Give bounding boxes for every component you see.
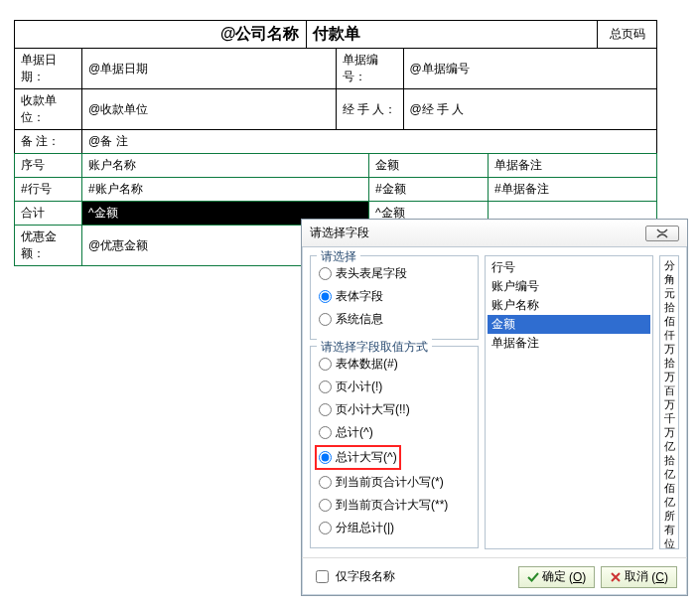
handler-label: 经 手 人： bbox=[336, 89, 403, 130]
group-valuemode: 请选择字段取值方式 表体数据(#) 页小计(!) 页小计大写(!!) 总计(^) bbox=[310, 346, 479, 548]
group-select-legend: 请选择 bbox=[317, 248, 360, 265]
radio-total-caps-input[interactable] bbox=[319, 451, 332, 464]
radio-body-data-input[interactable] bbox=[319, 358, 332, 371]
cancel-label: 取消 bbox=[625, 568, 648, 585]
cell-amt: #金额 bbox=[369, 178, 489, 202]
radio-total[interactable]: 总计(^) bbox=[319, 421, 470, 444]
cancel-button[interactable]: 取消 (C) bbox=[601, 566, 677, 588]
no-label: 单据编号： bbox=[336, 49, 403, 89]
radio-running-total-lower-input[interactable] bbox=[319, 476, 332, 489]
radio-system-info-label: 系统信息 bbox=[336, 311, 383, 328]
dialog-titlebar: 请选择字段 bbox=[302, 220, 687, 247]
group-valuemode-legend: 请选择字段取值方式 bbox=[317, 339, 432, 356]
list-item[interactable]: 千万 bbox=[660, 411, 678, 439]
field-list[interactable]: 行号账户编号账户名称金额单据备注 bbox=[485, 255, 653, 549]
dialog-body: 请选择 表头表尾字段 表体字段 系统信息 请选择字段取值方式 bbox=[302, 247, 687, 557]
cancel-icon bbox=[610, 571, 622, 583]
radio-header-footer-input[interactable] bbox=[319, 267, 332, 280]
radio-body-data-label: 表体数据(#) bbox=[336, 356, 398, 373]
payee-label: 收款单位： bbox=[15, 89, 82, 130]
radio-running-total-upper-label: 到当前页合计大写(**) bbox=[336, 497, 448, 514]
dialog-title-text: 请选择字段 bbox=[310, 225, 369, 241]
check-icon bbox=[527, 571, 539, 583]
radio-header-footer-label: 表头表尾字段 bbox=[336, 265, 407, 282]
radio-total-caps[interactable]: 总计大写(^) bbox=[319, 448, 397, 467]
list-item[interactable]: 元 bbox=[660, 286, 678, 300]
form-title: 付款单 bbox=[306, 21, 598, 48]
col-amt: 金额 bbox=[369, 154, 489, 178]
table-header: 序号 账户名称 金额 单据备注 bbox=[15, 154, 657, 178]
radio-page-subtotal-caps[interactable]: 页小计大写(!!) bbox=[319, 398, 470, 421]
list-item[interactable]: 百万 bbox=[660, 383, 678, 411]
radio-header-footer[interactable]: 表头表尾字段 bbox=[319, 262, 470, 285]
remark-value: @备 注 bbox=[82, 130, 657, 154]
radio-total-caps-label: 总计大写(^) bbox=[336, 449, 397, 466]
cell-rem: #单据备注 bbox=[489, 178, 657, 202]
radio-running-total-lower[interactable]: 到当前页合计小写(*) bbox=[319, 471, 470, 494]
radio-total-input[interactable] bbox=[319, 426, 332, 439]
page-code: 总页码 bbox=[597, 21, 656, 48]
remark-label: 备 注： bbox=[15, 130, 82, 154]
radio-page-subtotal[interactable]: 页小计(!) bbox=[319, 376, 470, 398]
payee-value: @收款单位 bbox=[82, 89, 337, 130]
radio-running-total-upper[interactable]: 到当前页合计大写(**) bbox=[319, 494, 470, 517]
date-value: @单据日期 bbox=[82, 49, 337, 89]
no-value: @单据编号 bbox=[403, 49, 657, 89]
cancel-hotkey: C bbox=[655, 570, 664, 584]
radio-page-subtotal-input[interactable] bbox=[319, 380, 332, 393]
radio-body-field-input[interactable] bbox=[319, 290, 332, 303]
radio-running-total-upper-input[interactable] bbox=[319, 499, 332, 512]
radio-system-info[interactable]: 系统信息 bbox=[319, 308, 470, 331]
radio-system-info-input[interactable] bbox=[319, 313, 332, 326]
select-field-dialog: 请选择字段 请选择 表头表尾字段 表体字段 系统信息 bbox=[301, 219, 688, 596]
only-field-name-check[interactable]: 仅字段名称 bbox=[312, 567, 395, 586]
title-row: @公司名称 付款单 总页码 bbox=[14, 20, 657, 48]
company-name: @公司名称 bbox=[15, 21, 306, 48]
radio-body-data[interactable]: 表体数据(#) bbox=[319, 353, 470, 376]
list-item[interactable]: 金额 bbox=[488, 315, 650, 334]
radio-group-total[interactable]: 分组总计(|) bbox=[319, 517, 470, 539]
handler-value: @经 手 人 bbox=[403, 89, 657, 130]
radio-page-subtotal-label: 页小计(!) bbox=[336, 379, 382, 395]
list-item[interactable]: 账户编号 bbox=[488, 277, 650, 296]
list-item[interactable]: 分 bbox=[660, 258, 678, 272]
list-item[interactable]: 所有位 bbox=[660, 509, 678, 549]
dialog-footer: 仅字段名称 确定 (O) 取消 (C) bbox=[302, 557, 687, 595]
list-item[interactable]: 亿 bbox=[660, 439, 678, 453]
radio-body-field[interactable]: 表体字段 bbox=[319, 285, 470, 308]
radio-group-total-input[interactable] bbox=[319, 522, 332, 534]
list-item[interactable]: 行号 bbox=[488, 258, 650, 277]
only-field-name-input[interactable] bbox=[316, 570, 329, 583]
radio-group-total-label: 分组总计(|) bbox=[336, 520, 394, 536]
cell-acct: #账户名称 bbox=[82, 178, 369, 202]
table-row: #行号 #账户名称 #金额 #单据备注 bbox=[15, 178, 657, 202]
ok-button[interactable]: 确定 (O) bbox=[518, 566, 595, 588]
list-item[interactable]: 万 bbox=[660, 342, 678, 356]
list-item[interactable]: 仟 bbox=[660, 328, 678, 342]
ok-hotkey: O bbox=[573, 570, 582, 584]
list-item[interactable]: 账户名称 bbox=[488, 296, 650, 315]
list-item[interactable]: 佰亿 bbox=[660, 481, 678, 509]
list-item[interactable]: 拾万 bbox=[660, 356, 678, 383]
col-acct: 账户名称 bbox=[82, 154, 369, 178]
ok-label: 确定 bbox=[542, 568, 566, 585]
list-item[interactable]: 佰 bbox=[660, 314, 678, 328]
only-field-name-label: 仅字段名称 bbox=[336, 568, 395, 585]
info-table: 单据日期： @单据日期 单据编号： @单据编号 收款单位： @收款单位 经 手 … bbox=[14, 48, 657, 154]
radio-running-total-lower-label: 到当前页合计小写(*) bbox=[336, 474, 444, 491]
radio-page-subtotal-caps-label: 页小计大写(!!) bbox=[336, 401, 410, 418]
group-select: 请选择 表头表尾字段 表体字段 系统信息 bbox=[310, 255, 479, 340]
left-column: 请选择 表头表尾字段 表体字段 系统信息 请选择字段取值方式 bbox=[310, 255, 479, 549]
total-label: 合计 bbox=[15, 202, 82, 226]
radio-body-field-label: 表体字段 bbox=[336, 288, 383, 305]
date-label: 单据日期： bbox=[15, 49, 82, 89]
list-item[interactable]: 角 bbox=[660, 272, 678, 286]
digit-list[interactable]: 分角元拾佰仟万拾万百万千万亿拾亿佰亿所有位 bbox=[659, 255, 679, 549]
radio-page-subtotal-caps-input[interactable] bbox=[319, 403, 332, 416]
list-item[interactable]: 拾 bbox=[660, 300, 678, 314]
list-item[interactable]: 单据备注 bbox=[488, 334, 650, 353]
close-button[interactable] bbox=[645, 226, 679, 241]
highlighted-option: 总计大写(^) bbox=[315, 445, 401, 470]
radio-total-label: 总计(^) bbox=[336, 424, 373, 441]
list-item[interactable]: 拾亿 bbox=[660, 453, 678, 481]
